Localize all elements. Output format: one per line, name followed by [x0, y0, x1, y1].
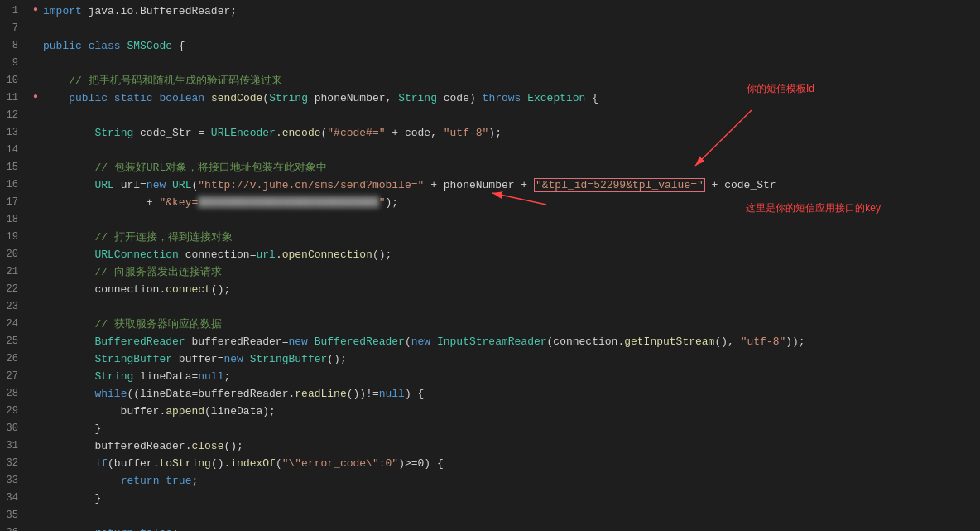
code-token: + code_Str [705, 179, 776, 191]
code-token: ((lineData=bufferedReader. [127, 388, 295, 400]
code-line: 34 } [0, 490, 980, 508]
line-content: // 打开连接，得到连接对象 [40, 229, 980, 247]
code-token: StringBuffer [94, 353, 172, 365]
code-token: BufferedReader [315, 335, 405, 348]
code-token: ( [276, 457, 282, 470]
code-token: return [94, 527, 133, 531]
code-line: 21 // 向服务器发出连接请求 [0, 264, 980, 282]
code-token: url [256, 249, 275, 261]
code-token: String [398, 92, 437, 104]
code-token [43, 527, 94, 531]
code-token [204, 92, 211, 104]
code-line: 15 // 包装好URL对象，将接口地址包装在此对象中 [0, 160, 980, 177]
line-content: while((lineData=bufferedReader.readLine(… [40, 386, 980, 403]
code-token: public [43, 40, 82, 52]
code-token: (); [223, 440, 243, 452]
code-token: String [94, 127, 133, 139]
code-token: import [43, 5, 82, 17]
line-dot: ● [31, 3, 40, 17]
code-token: null [379, 388, 405, 400]
code-token [243, 353, 250, 365]
code-token: String [269, 92, 308, 104]
code-token: . [276, 249, 282, 261]
code-token [43, 249, 94, 261]
line-number: 22 [0, 282, 31, 297]
line-content: public static boolean sendCode(String ph… [40, 90, 980, 108]
code-token: ; [172, 527, 179, 531]
code-token: "&key=████████████████████████████" [159, 196, 385, 209]
code-token [430, 335, 437, 348]
code-line: 20 URLConnection connection=url.openConn… [0, 247, 980, 264]
line-content: if(buffer.toString().indexOf("\"error_co… [40, 456, 980, 473]
line-number: 20 [0, 247, 31, 263]
annotation-tpl-text: 你的短信模板Id [747, 83, 814, 94]
code-line: 29 buffer.append(lineData); [0, 403, 980, 421]
code-token: buffer= [172, 353, 223, 365]
line-number: 7 [0, 21, 31, 36]
code-token: { [172, 40, 185, 52]
code-token: URLConnection [94, 249, 178, 261]
code-token: public [69, 92, 108, 104]
code-token [43, 475, 121, 487]
code-token: ); [386, 196, 399, 209]
code-token: new [223, 353, 243, 365]
code-editor: 1●import java.io.BufferedReader;78public… [0, 0, 980, 531]
code-token [82, 40, 89, 52]
code-token: // 获取服务器响应的数据 [43, 318, 222, 331]
code-line: 22 connection.connect(); [0, 282, 980, 299]
line-number: 24 [0, 316, 31, 332]
code-line: 13 String code_Str = URLEncoder.encode("… [0, 125, 980, 142]
code-token: lineData= [133, 370, 198, 383]
code-token: Exception [527, 92, 585, 104]
line-content: URLConnection connection=url.openConnect… [40, 247, 980, 264]
code-token: sendCode [211, 92, 262, 104]
code-token: (). [211, 457, 230, 470]
line-content: public class SMSCode { [40, 38, 980, 56]
code-token: } [43, 422, 101, 435]
line-content: import java.io.BufferedReader; [40, 3, 980, 21]
line-number: 31 [0, 438, 31, 454]
code-token: ( [262, 92, 269, 104]
line-content: URL url=new URL("http://v.juhe.cn/sms/se… [40, 177, 980, 195]
code-line: 23 [0, 299, 980, 316]
code-token: (); [372, 249, 392, 261]
code-token [43, 370, 94, 383]
code-token: ; [191, 475, 198, 487]
code-token: URL [172, 179, 191, 191]
line-number: 11 [0, 90, 31, 106]
line-number: 14 [0, 142, 31, 158]
code-line: 35 [0, 508, 980, 525]
code-token: . [276, 127, 282, 139]
code-line: 32 if(buffer.toString().indexOf("\"error… [0, 456, 980, 473]
line-number: 1 [0, 3, 31, 19]
code-token: // 把手机号码和随机生成的验证码传递过来 [43, 75, 282, 87]
code-token: (); [211, 283, 230, 296]
line-content: BufferedReader bufferedReader=new Buffer… [40, 334, 980, 351]
line-number: 16 [0, 177, 31, 193]
code-token: bufferedReader. [43, 440, 191, 452]
code-token: "utf-8" [444, 127, 489, 139]
code-token: URLEncoder [211, 127, 276, 139]
line-content: } [40, 490, 980, 508]
line-number: 19 [0, 229, 31, 245]
code-token: append [166, 405, 204, 418]
code-line: 24 // 获取服务器响应的数据 [0, 316, 980, 334]
code-token: SMSCode [127, 40, 172, 52]
code-token: phoneNumber, [308, 92, 398, 104]
code-token: buffer. [43, 405, 166, 418]
line-number: 12 [0, 108, 31, 123]
code-token: // 包装好URL对象，将接口地址包装在此对象中 [43, 162, 327, 174]
code-token: connection= [179, 249, 257, 261]
code-token: return [121, 475, 160, 487]
code-token: (); [327, 353, 346, 365]
code-line: 27 String lineData=null; [0, 369, 980, 386]
code-token: )>=0) { [398, 457, 444, 470]
code-token: // 向服务器发出连接请求 [43, 266, 222, 278]
code-line: 1●import java.io.BufferedReader; [0, 3, 980, 21]
code-token: class [89, 40, 121, 52]
line-content: return false; [40, 525, 980, 531]
line-content: // 把手机号码和随机生成的验证码传递过来 [40, 73, 980, 90]
code-line: 9 [0, 56, 980, 73]
code-line: 10 // 把手机号码和随机生成的验证码传递过来 [0, 73, 980, 90]
line-number: 13 [0, 125, 31, 141]
